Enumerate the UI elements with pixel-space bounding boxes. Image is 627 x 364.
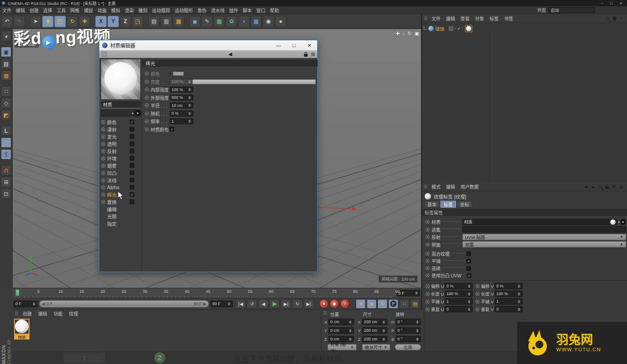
uv-field[interactable]: 0	[495, 306, 523, 312]
add-modeling-object-button[interactable]: ✿	[226, 16, 237, 27]
snap-settings-button[interactable]: Ⓢ	[1, 149, 11, 160]
channel-checkbox[interactable]	[130, 163, 134, 168]
spinner[interactable]	[348, 320, 352, 324]
dialog-handle-icon[interactable]	[102, 52, 107, 57]
deform-dots-icon[interactable]: ∶	[462, 27, 464, 31]
menu-item[interactable]: 选择	[41, 7, 54, 14]
property-circle[interactable]	[145, 127, 149, 131]
menu-item[interactable]: 帮助	[268, 7, 281, 14]
tab-坐标[interactable]: 坐标	[457, 201, 472, 208]
lock-icon[interactable]	[304, 54, 308, 57]
end-frame-field[interactable]: 90 F	[211, 301, 233, 307]
channel-radio[interactable]	[101, 178, 105, 182]
attribute-circle[interactable]	[426, 235, 430, 239]
picker-icon[interactable]: ➤	[620, 219, 626, 225]
maximize-button[interactable]: ☐	[610, 1, 613, 5]
move-tool[interactable]: ✚	[42, 16, 54, 27]
model-mode-button[interactable]: ▣	[1, 47, 11, 57]
om-menu-item[interactable]: 标签	[487, 15, 501, 22]
uv-field[interactable]: 0 %	[445, 283, 473, 289]
dialog-minimize-button[interactable]: —	[271, 40, 286, 50]
material-tag[interactable]	[465, 25, 472, 32]
material-thumbnail[interactable]: 材质	[14, 319, 29, 340]
attribute-circle[interactable]	[475, 300, 480, 304]
channel-row[interactable]: 透明	[101, 140, 142, 147]
coordinate-field[interactable]: 200 cm	[362, 327, 387, 334]
am-menu-item[interactable]: 编辑	[443, 183, 458, 190]
viewport-zoom-icon[interactable]: ↕	[402, 31, 405, 37]
attribute-circle[interactable]	[426, 273, 430, 277]
平铺-checkbox[interactable]: ✓	[466, 259, 471, 263]
spinner[interactable]	[416, 320, 419, 324]
spinner[interactable]	[188, 103, 191, 108]
material-name-field[interactable]: 材质	[101, 101, 141, 108]
pointer-icon[interactable]: ▲	[591, 184, 595, 189]
property-circle[interactable]	[145, 119, 149, 123]
current-frame-field[interactable]: 0 F	[14, 301, 38, 307]
menu-item[interactable]: 动画	[95, 7, 109, 14]
混合纹理-checkbox[interactable]	[466, 252, 471, 256]
menu-item[interactable]: 工具	[54, 7, 68, 14]
preview-type-combo[interactable]: ▸ ➤	[101, 110, 141, 116]
add-camera-button[interactable]: ◉	[263, 16, 274, 27]
play-sound-button[interactable]: ↻	[292, 299, 303, 309]
tab-标签[interactable]: 标签	[441, 201, 456, 208]
property-field[interactable]: 500 %	[170, 95, 193, 101]
uv-field[interactable]: 1	[495, 298, 523, 305]
menu-item[interactable]: 脚本	[240, 7, 254, 14]
add-subdivision-surface-button[interactable]: ▩	[214, 16, 225, 27]
dialog-maximize-button[interactable]: □	[286, 40, 302, 50]
material-color-checkbox[interactable]: ✓	[170, 127, 174, 131]
coordinate-field[interactable]: 0 °	[396, 319, 421, 325]
attribute-circle[interactable]	[426, 284, 430, 288]
attribute-circle[interactable]	[475, 307, 480, 311]
menu-item[interactable]: 流水线	[209, 7, 227, 14]
channel-radio[interactable]	[101, 142, 105, 146]
size-mode-dropdown[interactable]: 绝对尺寸▼	[362, 344, 390, 350]
property-field[interactable]: 0 %	[170, 111, 193, 116]
spinner[interactable]	[382, 328, 386, 333]
coordinate-mode-dropdown[interactable]: 对象 (相对)▼	[328, 344, 357, 350]
lock-workplane-button[interactable]: ⊞	[1, 177, 11, 187]
channel-radio[interactable]	[101, 171, 105, 175]
visibility-dots-icon[interactable]: ∶	[455, 27, 456, 31]
last-used-tool[interactable]: ✚	[79, 16, 90, 27]
spinner[interactable]	[517, 291, 521, 296]
spinner[interactable]	[188, 111, 191, 116]
spinner[interactable]	[188, 95, 191, 100]
panel-handle-icon[interactable]: ☰	[424, 16, 428, 21]
attribute-circle[interactable]	[426, 252, 430, 256]
spinner[interactable]	[382, 337, 386, 341]
channel-radio[interactable]	[101, 135, 105, 139]
投射-dropdown[interactable]: UVW 贴图▼	[462, 234, 626, 240]
menu-item[interactable]: 捕捉	[82, 7, 95, 14]
uv-field[interactable]: 0 %	[495, 283, 523, 289]
attribute-circle[interactable]	[426, 243, 430, 247]
channel-radio[interactable]	[101, 149, 105, 153]
连续-checkbox[interactable]	[466, 266, 471, 271]
coordinate-field[interactable]: 200 cm	[362, 336, 387, 342]
enable-snap-button[interactable]: U	[1, 165, 11, 175]
gear-icon[interactable]: ⚙	[612, 184, 616, 189]
attribute-circle[interactable]	[426, 266, 430, 270]
spinner[interactable]	[227, 301, 231, 306]
uv-field[interactable]: 0	[445, 306, 473, 312]
channel-radio[interactable]	[101, 185, 105, 189]
texture-mode-button[interactable]: ▨	[1, 58, 11, 69]
channel-checkbox[interactable]: ✓	[130, 120, 134, 124]
channel-checkbox[interactable]	[130, 199, 134, 204]
keyframe-scale-toggle[interactable]: ■	[367, 299, 377, 309]
previous-frame-button[interactable]: ◀	[258, 299, 269, 309]
polygons-mode-button[interactable]: ◩	[1, 110, 11, 120]
channel-radio[interactable]	[101, 164, 105, 168]
channel-checkbox[interactable]	[130, 156, 134, 160]
spinner[interactable]	[517, 307, 521, 311]
menu-item[interactable]: 网格	[68, 7, 82, 14]
dialog-close-button[interactable]: ✕	[302, 40, 317, 50]
channel-radio[interactable]	[101, 200, 105, 204]
spinner[interactable]	[188, 119, 191, 124]
play-forwards-button[interactable]: ▶	[269, 299, 280, 309]
color-swatch[interactable]	[173, 72, 184, 76]
redo-button[interactable]: ↷	[14, 16, 25, 27]
channel-row[interactable]: 环境	[101, 155, 142, 162]
